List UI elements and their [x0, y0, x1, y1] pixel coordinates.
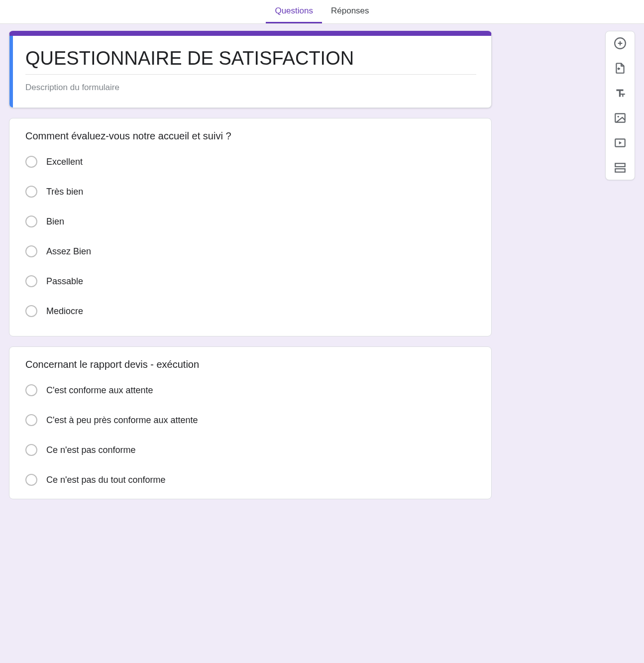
- add-image-button[interactable]: [613, 111, 627, 125]
- option-label: C'est à peu près conforme aux attente: [46, 415, 198, 426]
- section-icon: [614, 161, 627, 174]
- option-row[interactable]: Assez Bien: [25, 245, 476, 257]
- option-row[interactable]: Mediocre: [25, 305, 476, 317]
- option-row[interactable]: Ce n'est pas du tout conforme: [25, 474, 476, 486]
- svg-point-4: [618, 116, 619, 117]
- text-title-icon: [614, 87, 627, 100]
- question-card-1[interactable]: Comment évaluez-vous notre accueil et su…: [9, 118, 492, 336]
- option-label: Excellent: [46, 157, 83, 167]
- form-title[interactable]: QUESTIONNAIRE DE SATISFACTION: [25, 48, 476, 75]
- form-description[interactable]: Description du formulaire: [25, 83, 476, 93]
- tab-responses[interactable]: Réponses: [322, 0, 378, 23]
- radio-icon: [25, 216, 37, 227]
- video-icon: [614, 136, 627, 149]
- option-label: C'est conforme aux attente: [46, 385, 153, 396]
- option-row[interactable]: Excellent: [25, 156, 476, 168]
- option-row[interactable]: Très bien: [25, 186, 476, 198]
- option-label: Assez Bien: [46, 246, 91, 257]
- option-label: Passable: [46, 276, 83, 287]
- form-header-card[interactable]: QUESTIONNAIRE DE SATISFACTION Descriptio…: [9, 31, 492, 108]
- option-row[interactable]: Bien: [25, 216, 476, 227]
- radio-icon: [25, 156, 37, 168]
- add-video-button[interactable]: [613, 136, 627, 150]
- import-file-icon: [614, 62, 627, 75]
- option-label: Très bien: [46, 187, 83, 197]
- question-title[interactable]: Comment évaluez-vous notre accueil et su…: [25, 130, 476, 142]
- radio-icon: [25, 414, 37, 426]
- radio-icon: [25, 444, 37, 456]
- option-row[interactable]: C'est conforme aux attente: [25, 384, 476, 396]
- question-title[interactable]: Concernant le rapport devis - exécution: [25, 359, 476, 370]
- form-column: QUESTIONNAIRE DE SATISFACTION Descriptio…: [9, 31, 492, 509]
- option-label: Ce n'est pas conforme: [46, 445, 136, 455]
- option-label: Ce n'est pas du tout conforme: [46, 475, 166, 485]
- plus-circle-icon: [614, 37, 627, 50]
- floating-toolbar: [605, 31, 635, 180]
- image-icon: [614, 111, 627, 124]
- radio-icon: [25, 305, 37, 317]
- radio-icon: [25, 474, 37, 486]
- add-section-button[interactable]: [613, 161, 627, 175]
- add-title-button[interactable]: [613, 86, 627, 100]
- add-question-button[interactable]: [613, 36, 627, 50]
- radio-icon: [25, 245, 37, 257]
- radio-icon: [25, 384, 37, 396]
- radio-icon: [25, 186, 37, 198]
- radio-icon: [25, 275, 37, 287]
- svg-rect-7: [615, 169, 625, 172]
- option-row[interactable]: Passable: [25, 275, 476, 287]
- option-row[interactable]: Ce n'est pas conforme: [25, 444, 476, 456]
- option-row[interactable]: C'est à peu près conforme aux attente: [25, 414, 476, 426]
- question-card-2[interactable]: Concernant le rapport devis - exécution …: [9, 346, 492, 499]
- option-label: Mediocre: [46, 306, 83, 317]
- import-questions-button[interactable]: [613, 61, 627, 75]
- option-label: Bien: [46, 217, 64, 227]
- svg-rect-6: [615, 163, 625, 167]
- form-canvas: QUESTIONNAIRE DE SATISFACTION Descriptio…: [0, 24, 644, 516]
- tab-questions[interactable]: Questions: [266, 0, 322, 23]
- tab-bar: Questions Réponses: [0, 0, 644, 24]
